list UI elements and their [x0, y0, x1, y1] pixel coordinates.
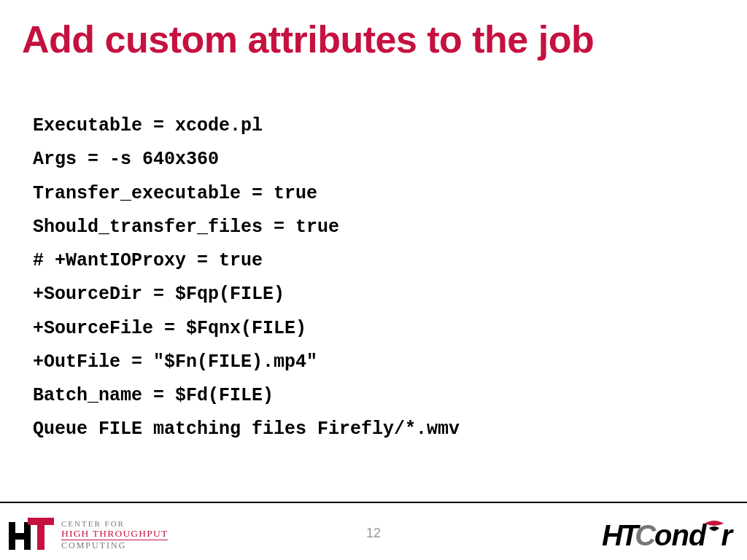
bird-icon — [703, 522, 725, 547]
chtc-logo-text: CENTER FOR HIGH THROUGHPUT COMPUTING — [61, 520, 168, 550]
chtc-logo: CENTER FOR HIGH THROUGHPUT COMPUTING — [9, 518, 168, 553]
chtc-line2: HIGH THROUGHPUT — [61, 529, 168, 540]
code-block: Executable = xcode.pl Args = -s 640x360 … — [33, 109, 718, 447]
code-line: +SourceDir = $Fqp(FILE) — [33, 284, 285, 305]
slide-footer: CENTER FOR HIGH THROUGHPUT COMPUTING 12 … — [0, 503, 747, 560]
code-line: Executable = xcode.pl — [33, 115, 263, 136]
htcondor-logo: HT C ond r — [602, 521, 732, 550]
code-line: Batch_name = $Fd(FILE) — [33, 385, 274, 406]
code-line: Transfer_executable = true — [33, 183, 317, 204]
code-line: # +WantIOProxy = true — [33, 250, 263, 271]
slide: Add custom attributes to the job Executa… — [0, 0, 747, 560]
code-line: Should_transfer_files = true — [33, 217, 339, 238]
htcondor-c: C — [635, 521, 656, 550]
htcondor-ht: HT — [602, 521, 636, 550]
code-line: +SourceFile = $Fqnx(FILE) — [33, 318, 306, 339]
code-line: +OutFile = "$Fn(FILE).mp4" — [33, 351, 317, 373]
chtc-line3: COMPUTING — [61, 541, 168, 551]
code-line: Args = -s 640x360 — [33, 149, 219, 170]
htcondor-ond: ond — [654, 521, 705, 550]
slide-title: Add custom attributes to the job — [22, 18, 725, 61]
code-line: Queue FILE matching files Firefly/*.wmv — [33, 419, 460, 440]
page-number: 12 — [366, 526, 381, 541]
ht-mark-icon — [9, 518, 54, 553]
